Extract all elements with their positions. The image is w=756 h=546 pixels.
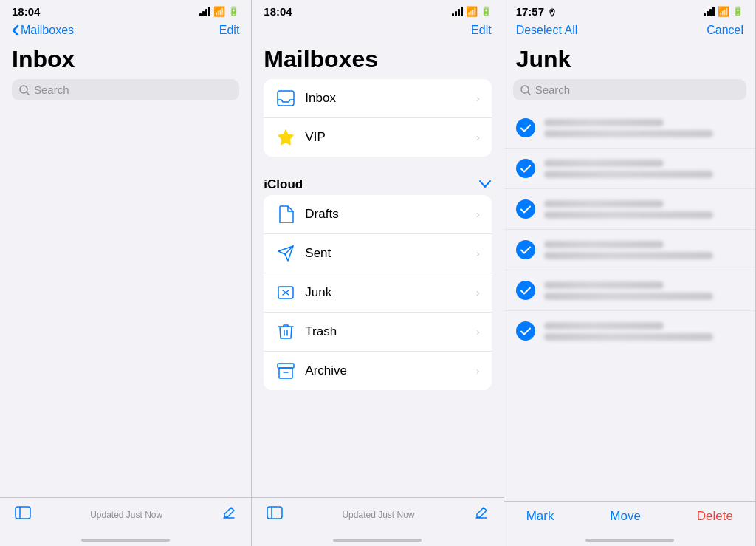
junk-item-content-3 — [544, 200, 743, 219]
junk-check-1[interactable] — [516, 118, 535, 137]
list-item-drafts[interactable]: Drafts › — [264, 195, 491, 234]
svg-line-15 — [528, 92, 530, 95]
junk-list-item-3[interactable] — [504, 189, 755, 230]
cancel-button-junk[interactable]: Cancel — [707, 24, 743, 37]
panel-junk: 17:57 📶 🔋 Deselect All Cancel Junk — [504, 0, 756, 546]
archive-label: Archive — [305, 364, 467, 378]
trash-label: Trash — [305, 324, 467, 339]
junk-check-2[interactable] — [516, 159, 535, 178]
home-indicator-1 — [0, 536, 251, 546]
page-title-1: Inbox — [0, 43, 251, 79]
compose-button-2[interactable] — [474, 505, 489, 524]
junk-list-item-1[interactable] — [504, 108, 755, 149]
junk-check-5[interactable] — [516, 281, 535, 300]
junk-nav-bar: Deselect All Cancel — [504, 21, 755, 43]
blurred-sender-6 — [544, 322, 664, 330]
home-bar-2 — [333, 539, 422, 542]
drafts-label: Drafts — [305, 207, 467, 222]
svg-rect-8 — [278, 364, 294, 368]
star-icon — [275, 127, 296, 148]
junk-toolbar: Mark Move Delete — [504, 501, 755, 536]
compose-icon-2 — [474, 505, 489, 520]
bottom-bar-2: Updated Just Now — [252, 497, 503, 536]
status-bar-1: 18:04 📶 🔋 — [0, 0, 251, 21]
check-icon-1 — [520, 124, 531, 132]
status-bar-2: 18:04 📶 🔋 — [252, 0, 503, 21]
chevron-left-icon — [12, 24, 19, 36]
blurred-subject-6 — [544, 333, 714, 341]
nav-bar-1: Mailboxes Edit — [0, 21, 251, 43]
search-icon-3 — [520, 85, 531, 95]
list-item-trash[interactable]: Trash › — [264, 313, 491, 352]
bottom-bar-1: Updated Just Now — [0, 497, 251, 536]
list-item-archive[interactable]: Archive › — [264, 352, 491, 390]
back-button-1[interactable]: Mailboxes — [12, 24, 74, 37]
signal-bar — [712, 7, 715, 16]
blurred-subject-3 — [544, 211, 714, 219]
junk-icon — [275, 282, 296, 303]
delete-button[interactable]: Delete — [697, 509, 733, 524]
sidebar-button-1[interactable] — [15, 506, 31, 523]
battery-icon-2: 🔋 — [481, 6, 492, 16]
blurred-subject-4 — [544, 252, 714, 259]
junk-item-content-6 — [544, 322, 743, 341]
junk-list-item-5[interactable] — [504, 270, 755, 311]
signal-bars-1 — [199, 7, 210, 16]
signal-bar — [704, 13, 706, 16]
list-item-inbox[interactable]: Inbox › — [264, 79, 491, 118]
compose-icon-1 — [221, 505, 236, 520]
signal-bar — [458, 9, 460, 16]
search-icon-1 — [19, 85, 30, 95]
trash-icon — [275, 321, 296, 342]
check-icon-4 — [520, 246, 531, 254]
edit-button-2[interactable]: Edit — [471, 24, 492, 37]
junk-item-content-2 — [544, 160, 743, 178]
battery-icon-3: 🔋 — [732, 6, 743, 16]
junk-list-item-4[interactable] — [504, 230, 755, 270]
signal-bar — [461, 7, 463, 16]
edit-button-1[interactable]: Edit — [219, 24, 240, 37]
sidebar-icon-2 — [267, 506, 283, 519]
list-item-junk[interactable]: Junk › — [264, 273, 491, 313]
signal-bar — [707, 11, 709, 16]
blurred-sender-2 — [544, 160, 664, 167]
signal-bar — [709, 9, 712, 16]
junk-list-item-2[interactable] — [504, 149, 755, 189]
sent-chevron: › — [476, 248, 480, 259]
junk-check-6[interactable] — [516, 321, 535, 341]
search-bar-1[interactable]: Search — [12, 79, 239, 100]
list-item-sent[interactable]: Sent › — [264, 234, 491, 273]
junk-check-3[interactable] — [516, 199, 535, 219]
updated-label-1: Updated Just Now — [90, 510, 162, 520]
signal-bar — [455, 11, 457, 16]
location-icon — [549, 8, 556, 17]
blurred-subject-5 — [544, 293, 714, 300]
archive-chevron: › — [476, 365, 480, 377]
home-bar-1 — [81, 539, 170, 542]
list-item-vip[interactable]: VIP › — [264, 118, 491, 157]
icloud-section-header: iCloud — [252, 171, 503, 195]
panel-mailboxes: 18:04 📶 🔋 Edit Mailboxes — [252, 0, 504, 546]
archive-icon — [275, 361, 296, 381]
panel-inbox: 18:04 📶 🔋 Mailboxes Edit Inbox — [0, 0, 252, 546]
page-title-3: Junk — [504, 43, 755, 79]
drafts-icon — [275, 204, 296, 225]
signal-bar — [199, 13, 202, 16]
sidebar-icon-1 — [15, 506, 31, 519]
blurred-sender-5 — [544, 281, 664, 289]
move-button[interactable]: Move — [610, 509, 641, 524]
compose-button-1[interactable] — [221, 505, 236, 524]
inbox-label: Inbox — [305, 91, 467, 106]
search-bar-3[interactable]: Search — [513, 79, 746, 100]
svg-point-13 — [551, 10, 553, 11]
mailboxes-top-list: Inbox › VIP › — [264, 79, 491, 157]
home-bar-3 — [585, 539, 674, 542]
blurred-subject-1 — [544, 130, 714, 137]
mark-button[interactable]: Mark — [526, 509, 554, 524]
deselect-all-button[interactable]: Deselect All — [516, 24, 578, 37]
icloud-collapse-btn[interactable] — [478, 177, 492, 192]
sidebar-button-2[interactable] — [267, 506, 283, 523]
home-indicator-3 — [504, 536, 755, 546]
junk-check-4[interactable] — [516, 240, 535, 259]
junk-list-item-6[interactable] — [504, 311, 755, 351]
